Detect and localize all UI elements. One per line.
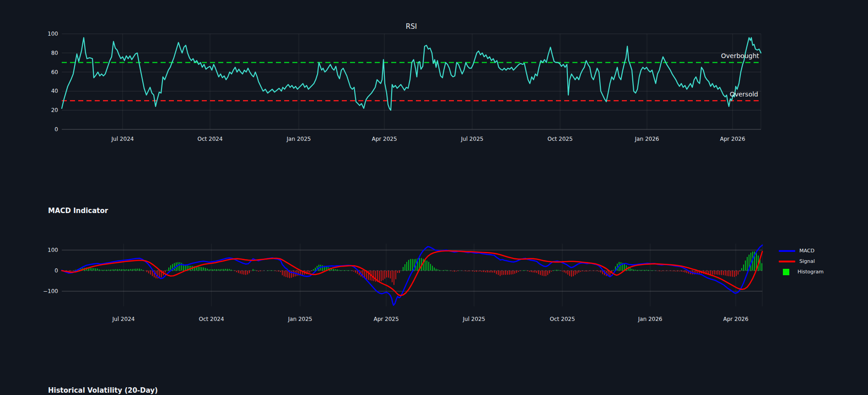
macd-x-tick: Apr 2026: [723, 316, 748, 322]
rsi-y-tick: 20: [0, 107, 58, 113]
macd-x-tick: Jul 2024: [113, 316, 135, 322]
oversold-annotation: Oversold: [730, 91, 758, 98]
technical-analysis-dashboard: { "page": { "background": "#11161f", "gr…: [0, 0, 868, 395]
macd-y-tick: 100: [0, 247, 58, 253]
rsi-y-tick: 40: [0, 88, 58, 94]
histogram-swatch-icon: [783, 269, 789, 275]
signal-swatch-icon: [779, 261, 795, 262]
macd-y-tick: 0: [0, 267, 58, 274]
rsi-x-tick: Jul 2025: [461, 136, 484, 142]
macd-swatch-icon: [779, 250, 795, 252]
macd-x-tick: Jan 2025: [288, 316, 313, 322]
rsi-y-tick: 80: [0, 50, 58, 56]
macd-section-heading: MACD Indicator: [48, 207, 108, 215]
macd-x-tick: Oct 2025: [550, 316, 575, 322]
legend-label: MACD: [799, 248, 814, 254]
macd-legend: MACDSignalHistogram: [779, 247, 824, 276]
rsi-y-tick: 0: [0, 126, 58, 133]
rsi-y-tick: 60: [0, 69, 58, 75]
rsi-x-tick: Apr 2025: [372, 136, 397, 142]
rsi-x-tick: Oct 2024: [197, 136, 222, 142]
rsi-x-tick: Jul 2024: [112, 136, 134, 142]
rsi-x-tick: Oct 2025: [547, 136, 572, 142]
volatility-section-heading: Historical Volatility (20-Day): [48, 386, 158, 395]
legend-item-histogram: Histogram: [779, 268, 824, 276]
rsi-y-tick: 100: [0, 31, 58, 37]
rsi-x-tick: Apr 2026: [720, 136, 745, 142]
macd-x-tick: Jul 2025: [463, 316, 485, 322]
legend-label: Histogram: [798, 269, 824, 275]
rsi-chart-title: RSI: [406, 22, 417, 31]
macd-x-tick: Apr 2025: [373, 316, 399, 322]
overbought-annotation: Overbought: [721, 52, 759, 60]
legend-label: Signal: [799, 258, 815, 264]
rsi-x-tick: Jan 2025: [287, 136, 311, 142]
legend-item-signal: Signal: [779, 257, 824, 265]
macd-y-tick: −100: [0, 288, 58, 294]
macd-x-tick: Oct 2024: [199, 316, 224, 322]
legend-item-macd: MACD: [779, 247, 824, 255]
rsi-x-tick: Jan 2026: [635, 136, 659, 142]
macd-x-tick: Jan 2026: [638, 316, 663, 322]
